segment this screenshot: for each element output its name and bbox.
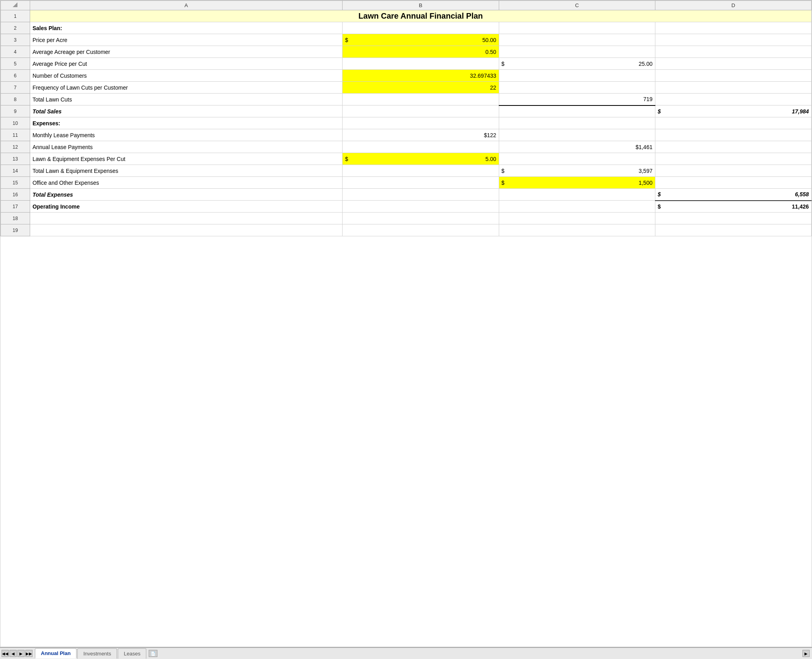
cell-3-A: Price per Acre xyxy=(30,34,342,46)
row-11: 11Monthly Lease Payments$122 xyxy=(1,129,812,141)
cell-6-A: Number of Customers xyxy=(30,70,342,82)
cell-17-B[interactable] xyxy=(343,201,499,213)
cell-5-B[interactable] xyxy=(343,58,499,70)
cell-14-B[interactable] xyxy=(343,165,499,177)
cell-4-D[interactable] xyxy=(655,46,811,58)
row-16: 16Total Expenses$6,558 xyxy=(1,189,812,201)
col-header-c[interactable]: C xyxy=(499,1,655,10)
cell-19-D[interactable] xyxy=(655,224,811,236)
nav-first[interactable]: ◀◀ xyxy=(2,650,9,657)
cell-12-C[interactable]: $1,461 xyxy=(499,141,655,153)
row-num-16: 16 xyxy=(1,189,30,201)
cell-14-C[interactable]: $3,597 xyxy=(499,165,655,177)
value-c-4: 25.00 xyxy=(639,61,653,67)
cell-3-B[interactable]: $50.00 xyxy=(343,34,499,46)
cell-9-D[interactable]: $17,984 xyxy=(655,105,811,117)
cell-5-D[interactable] xyxy=(655,58,811,70)
cell-15-B[interactable] xyxy=(343,177,499,189)
nav-prev[interactable]: ◀ xyxy=(10,650,17,657)
cell-10-D[interactable] xyxy=(655,117,811,129)
cell-16-D[interactable]: $6,558 xyxy=(655,189,811,201)
cell-3-C[interactable] xyxy=(499,34,655,46)
cell-8-B[interactable] xyxy=(343,94,499,105)
cell-3-D[interactable] xyxy=(655,34,811,46)
row-18: 18 xyxy=(1,213,812,224)
cell-17-D[interactable]: $11,426 xyxy=(655,201,811,213)
sheet-tab-leases[interactable]: Leases xyxy=(118,648,146,659)
sheet-tab-investments[interactable]: Investments xyxy=(77,648,117,659)
cell-10-B[interactable] xyxy=(343,117,499,129)
cell-5-A: Average Price per Cut xyxy=(30,58,342,70)
row-15: 15Office and Other Expenses$1,500 xyxy=(1,177,812,189)
cell-13-C[interactable] xyxy=(499,153,655,165)
row-num-17: 17 xyxy=(1,201,30,213)
cell-7-C[interactable] xyxy=(499,82,655,94)
col-header-b[interactable]: B xyxy=(343,1,499,10)
cell-4-B[interactable]: 0.50 xyxy=(343,46,499,58)
row-14: 14Total Lawn & Equipment Expenses$3,597 xyxy=(1,165,812,177)
cell-2-C[interactable] xyxy=(499,22,655,34)
cell-8-A: Total Lawn Cuts xyxy=(30,94,342,105)
cell-2-B[interactable] xyxy=(343,22,499,34)
row-num-15: 15 xyxy=(1,177,30,189)
cell-11-C[interactable] xyxy=(499,129,655,141)
cell-19-C[interactable] xyxy=(499,224,655,236)
cell-15-C[interactable]: $1,500 xyxy=(499,177,655,189)
row-num-6: 6 xyxy=(1,70,30,82)
row-3: 3Price per Acre$50.00 xyxy=(1,34,812,46)
cell-12-B[interactable] xyxy=(343,141,499,153)
add-sheet-button[interactable]: 📄 xyxy=(149,650,157,657)
row-num-7: 7 xyxy=(1,82,30,94)
cell-17-C[interactable] xyxy=(499,201,655,213)
dollar-sign-op: $ xyxy=(658,203,661,210)
cell-4-C[interactable] xyxy=(499,46,655,58)
cell-4-A: Average Acreage per Customer xyxy=(30,46,342,58)
cell-7-D[interactable] xyxy=(655,82,811,94)
row-2: 2Sales Plan: xyxy=(1,22,812,34)
cell-15-D[interactable] xyxy=(655,177,811,189)
scroll-right-button[interactable]: ▶ xyxy=(802,650,810,657)
cell-12-D[interactable] xyxy=(655,141,811,153)
cell-18-C[interactable] xyxy=(499,213,655,224)
cell-10-C[interactable] xyxy=(499,117,655,129)
section-header-9: Expenses: xyxy=(30,117,342,129)
cell-19-B[interactable] xyxy=(343,224,499,236)
row-8: 8Total Lawn Cuts719 xyxy=(1,94,812,105)
cell-9-C[interactable] xyxy=(499,105,655,117)
row-4: 4Average Acreage per Customer0.50 xyxy=(1,46,812,58)
dollar-sign-b-2: $ xyxy=(345,37,348,43)
cell-8-C[interactable]: 719 xyxy=(499,94,655,105)
cell-18-D[interactable] xyxy=(655,213,811,224)
nav-next[interactable]: ▶ xyxy=(17,650,25,657)
row-7: 7Frequency of Lawn Cuts per Customer22 xyxy=(1,82,812,94)
value-op: 11,426 xyxy=(792,203,809,210)
cell-18-A[interactable] xyxy=(30,213,342,224)
cell-8-D[interactable] xyxy=(655,94,811,105)
cell-11-D[interactable] xyxy=(655,129,811,141)
cell-16-C[interactable] xyxy=(499,189,655,201)
value-c-14: 1,500 xyxy=(639,180,653,186)
dollar-sign-8: $ xyxy=(658,108,661,115)
cell-12-A: Annual Lease Payments xyxy=(30,141,342,153)
cell-16-B[interactable] xyxy=(343,189,499,201)
cell-7-B[interactable]: 22 xyxy=(343,82,499,94)
nav-last[interactable]: ▶▶ xyxy=(25,650,33,657)
cell-9-B[interactable] xyxy=(343,105,499,117)
cell-2-D[interactable] xyxy=(655,22,811,34)
cell-5-C[interactable]: $25.00 xyxy=(499,58,655,70)
cell-18-B[interactable] xyxy=(343,213,499,224)
cell-13-D[interactable] xyxy=(655,153,811,165)
col-header-a[interactable]: A xyxy=(30,1,342,10)
cell-6-D[interactable] xyxy=(655,70,811,82)
total-label-15: Total Expenses xyxy=(30,189,342,201)
cell-19-A[interactable] xyxy=(30,224,342,236)
cell-6-B[interactable]: 32.697433 xyxy=(343,70,499,82)
cell-6-C[interactable] xyxy=(499,70,655,82)
cell-13-B[interactable]: $5.00 xyxy=(343,153,499,165)
dollar-sign-b-12: $ xyxy=(345,156,348,162)
row-num-8: 8 xyxy=(1,94,30,105)
cell-11-B[interactable]: $122 xyxy=(343,129,499,141)
sheet-tab-annual-plan[interactable]: Annual Plan xyxy=(35,648,77,659)
cell-14-D[interactable] xyxy=(655,165,811,177)
col-header-d[interactable]: D xyxy=(655,1,811,10)
